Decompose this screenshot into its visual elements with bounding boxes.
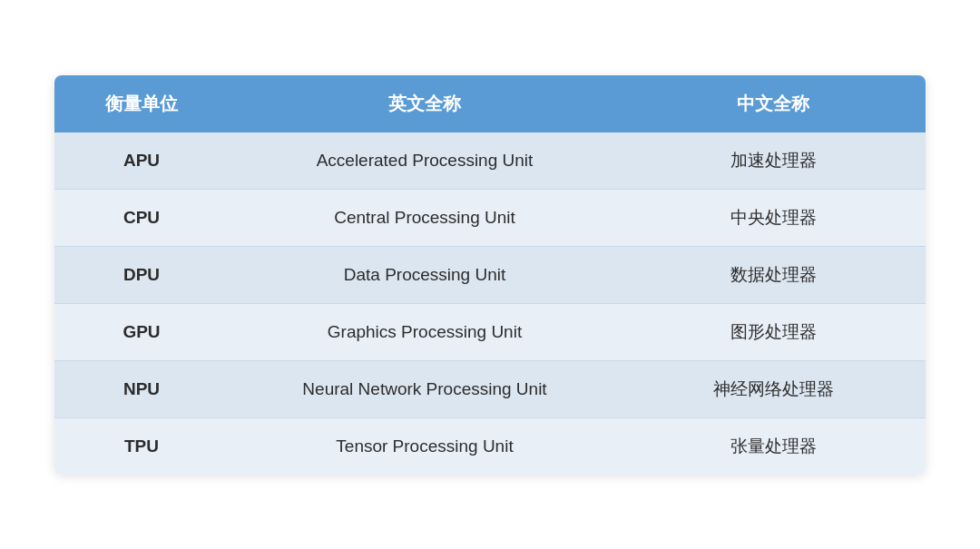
cell-english: Graphics Processing Unit — [229, 303, 621, 360]
cell-abbr: TPU — [54, 417, 229, 475]
cell-abbr: CPU — [54, 189, 229, 246]
cell-english: Data Processing Unit — [229, 246, 621, 303]
header-chinese: 中文全称 — [621, 75, 926, 132]
table-row: CPUCentral Processing Unit中央处理器 — [54, 189, 926, 246]
cell-english: Accelerated Processing Unit — [229, 132, 621, 190]
cell-chinese: 图形处理器 — [621, 303, 926, 360]
main-table-container: 衡量单位 英文全称 中文全称 APUAccelerated Processing… — [54, 75, 926, 475]
table-row: DPUData Processing Unit数据处理器 — [54, 246, 926, 303]
cell-english: Tensor Processing Unit — [229, 417, 621, 475]
cell-chinese: 数据处理器 — [621, 246, 926, 303]
table-row: TPUTensor Processing Unit张量处理器 — [54, 417, 926, 475]
cell-chinese: 加速处理器 — [621, 132, 926, 190]
cell-chinese: 中央处理器 — [621, 189, 926, 246]
table-row: NPUNeural Network Processing Unit神经网络处理器 — [54, 360, 926, 417]
table-row: GPUGraphics Processing Unit图形处理器 — [54, 303, 926, 360]
processing-units-table: 衡量单位 英文全称 中文全称 APUAccelerated Processing… — [54, 75, 926, 475]
cell-abbr: NPU — [54, 360, 229, 417]
cell-abbr: GPU — [54, 303, 229, 360]
header-english: 英文全称 — [229, 75, 621, 132]
header-abbr: 衡量单位 — [54, 75, 229, 132]
cell-chinese: 张量处理器 — [621, 417, 926, 475]
cell-english: Central Processing Unit — [229, 189, 621, 246]
cell-chinese: 神经网络处理器 — [621, 360, 926, 417]
cell-english: Neural Network Processing Unit — [229, 360, 621, 417]
table-header-row: 衡量单位 英文全称 中文全称 — [54, 75, 926, 132]
table-row: APUAccelerated Processing Unit加速处理器 — [54, 132, 926, 190]
cell-abbr: APU — [54, 132, 229, 190]
cell-abbr: DPU — [54, 246, 229, 303]
